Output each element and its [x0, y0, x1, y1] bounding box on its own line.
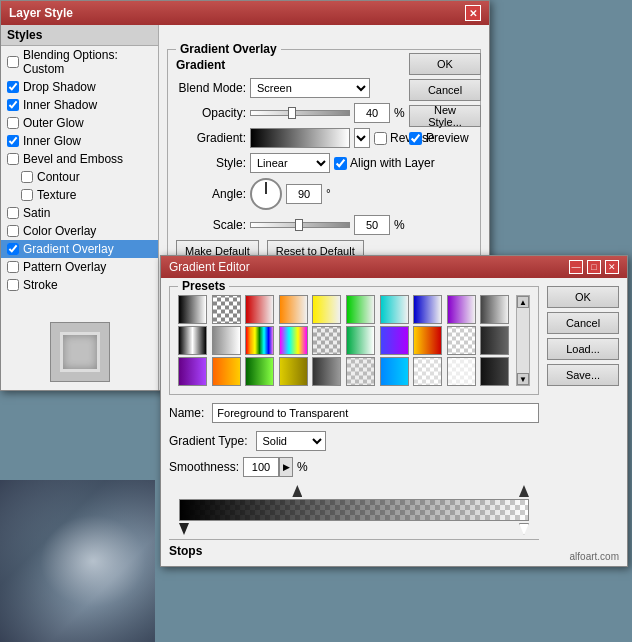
preset-1[interactable]	[178, 295, 207, 324]
preset-12[interactable]	[212, 326, 241, 355]
angle-input[interactable]	[286, 184, 322, 204]
style-item-contour[interactable]: Contour	[1, 168, 158, 186]
scale-thumb[interactable]	[295, 219, 303, 231]
preset-4[interactable]	[279, 295, 308, 324]
scale-row: Scale: %	[176, 215, 472, 235]
cancel-button[interactable]: Cancel	[409, 79, 481, 101]
scroll-up-arrow[interactable]: ▲	[517, 296, 529, 308]
style-label-stroke: Stroke	[23, 278, 58, 292]
smoothness-increment[interactable]: ▶	[279, 457, 293, 477]
new-style-button[interactable]: New Style...	[409, 105, 481, 127]
preset-5[interactable]	[312, 295, 341, 324]
ge-cancel-button[interactable]: Cancel	[547, 312, 619, 334]
preset-8[interactable]	[413, 295, 442, 324]
color-stop-transparent[interactable]	[519, 523, 529, 535]
style-checkbox-pattern-overlay[interactable]	[7, 261, 19, 273]
scroll-down-arrow[interactable]: ▼	[517, 373, 529, 385]
preset-7[interactable]	[380, 295, 409, 324]
opacity-input[interactable]	[354, 103, 390, 123]
style-checkbox-outer-glow[interactable]	[7, 117, 19, 129]
preset-18[interactable]	[413, 326, 442, 355]
style-checkbox-texture[interactable]	[21, 189, 33, 201]
ge-maximize-button[interactable]: □	[587, 260, 601, 274]
style-item-gradient-overlay[interactable]: Gradient Overlay	[1, 240, 158, 258]
style-item-color-overlay[interactable]: Color Overlay	[1, 222, 158, 240]
gradient-preview[interactable]	[250, 128, 350, 148]
ge-load-button[interactable]: Load...	[547, 338, 619, 360]
style-checkbox-inner-shadow[interactable]	[7, 99, 19, 111]
preset-30[interactable]	[480, 357, 509, 386]
reverse-checkbox[interactable]	[374, 132, 387, 145]
preset-11[interactable]	[178, 326, 207, 355]
preset-3[interactable]	[245, 295, 274, 324]
style-item-inner-shadow[interactable]: Inner Shadow	[1, 96, 158, 114]
style-item-pattern-overlay[interactable]: Pattern Overlay	[1, 258, 158, 276]
preset-19[interactable]	[447, 326, 476, 355]
style-checkbox-stroke[interactable]	[7, 279, 19, 291]
blend-mode-select[interactable]: Screen Normal Multiply Overlay	[250, 78, 370, 98]
ge-minimize-button[interactable]: —	[569, 260, 583, 274]
scale-input[interactable]	[354, 215, 390, 235]
ge-save-button[interactable]: Save...	[547, 364, 619, 386]
preview-checkbox[interactable]	[409, 132, 422, 145]
opacity-stop-marker-left[interactable]	[292, 485, 302, 497]
style-item-inner-glow[interactable]: Inner Glow	[1, 132, 158, 150]
preset-27[interactable]	[380, 357, 409, 386]
preset-16[interactable]	[346, 326, 375, 355]
ge-close-button[interactable]: ✕	[605, 260, 619, 274]
style-item-blending[interactable]: Blending Options: Custom	[1, 46, 158, 78]
color-stop-empty2	[406, 523, 416, 535]
style-checkbox-drop-shadow[interactable]	[7, 81, 19, 93]
gradient-bar[interactable]	[179, 499, 529, 521]
style-item-bevel-emboss[interactable]: Bevel and Emboss	[1, 150, 158, 168]
preset-10[interactable]	[480, 295, 509, 324]
layer-style-close-button[interactable]: ✕	[465, 5, 481, 21]
angle-dial[interactable]	[250, 178, 282, 210]
preset-15[interactable]	[312, 326, 341, 355]
style-checkbox-inner-glow[interactable]	[7, 135, 19, 147]
preset-21[interactable]	[178, 357, 207, 386]
style-checkbox-satin[interactable]	[7, 207, 19, 219]
preset-23[interactable]	[245, 357, 274, 386]
style-row: Style: Linear Radial Angle Align with La…	[176, 153, 472, 173]
preset-29[interactable]	[447, 357, 476, 386]
name-input[interactable]	[212, 403, 539, 423]
opacity-thumb[interactable]	[288, 107, 296, 119]
style-item-texture[interactable]: Texture	[1, 186, 158, 204]
preset-25[interactable]	[312, 357, 341, 386]
preset-20[interactable]	[480, 326, 509, 355]
preset-2[interactable]	[212, 295, 241, 324]
color-stop-black[interactable]	[179, 523, 189, 535]
style-checkbox-blending[interactable]	[7, 56, 19, 68]
ok-button[interactable]: OK	[409, 53, 481, 75]
gradient-type-select[interactable]: Solid Noise	[256, 431, 326, 451]
style-item-satin[interactable]: Satin	[1, 204, 158, 222]
style-checkbox-bevel-emboss[interactable]	[7, 153, 19, 165]
preset-28[interactable]	[413, 357, 442, 386]
preset-14[interactable]	[279, 326, 308, 355]
opacity-slider[interactable]	[250, 110, 350, 116]
style-item-stroke[interactable]: Stroke	[1, 276, 158, 294]
opacity-stop-marker-right[interactable]	[519, 485, 529, 497]
style-checkbox-contour[interactable]	[21, 171, 33, 183]
style-item-outer-glow[interactable]: Outer Glow	[1, 114, 158, 132]
preset-26[interactable]	[346, 357, 375, 386]
scale-slider[interactable]	[250, 222, 350, 228]
preset-22[interactable]	[212, 357, 241, 386]
align-layer-label[interactable]: Align with Layer	[334, 156, 435, 170]
style-checkbox-gradient-overlay[interactable]	[7, 243, 19, 255]
preset-9[interactable]	[447, 295, 476, 324]
style-checkbox-color-overlay[interactable]	[7, 225, 19, 237]
smoothness-input[interactable]	[243, 457, 279, 477]
preset-24[interactable]	[279, 357, 308, 386]
align-layer-checkbox[interactable]	[334, 157, 347, 170]
gradient-dropdown[interactable]	[354, 128, 370, 148]
preset-17[interactable]	[380, 326, 409, 355]
opacity-stop-right	[406, 485, 416, 497]
preset-13[interactable]	[245, 326, 274, 355]
style-item-drop-shadow[interactable]: Drop Shadow	[1, 78, 158, 96]
angle-row: Angle: °	[176, 178, 472, 210]
preset-6[interactable]	[346, 295, 375, 324]
ge-ok-button[interactable]: OK	[547, 286, 619, 308]
style-select[interactable]: Linear Radial Angle	[250, 153, 330, 173]
